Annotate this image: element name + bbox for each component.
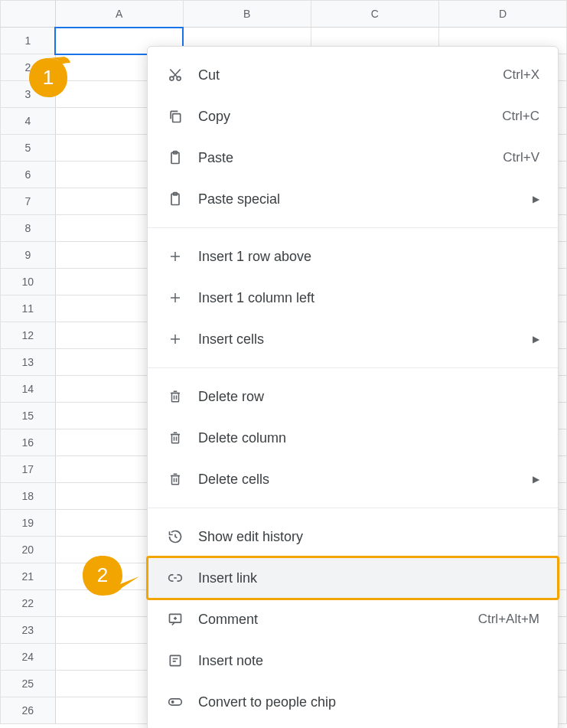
plus-icon bbox=[166, 247, 184, 266]
menu-delete-row-label: Delete row bbox=[198, 389, 539, 405]
row-header[interactable]: 10 bbox=[1, 269, 56, 295]
menu-show-history[interactable]: Show edit history bbox=[148, 516, 558, 557]
row-header[interactable]: 5 bbox=[1, 135, 56, 162]
row-header[interactable]: 11 bbox=[1, 295, 56, 322]
menu-cut[interactable]: Cut Ctrl+X bbox=[148, 54, 558, 96]
menu-comment-shortcut: Ctrl+Alt+M bbox=[478, 612, 539, 627]
menu-people-chip[interactable]: Convert to people chip bbox=[148, 681, 558, 723]
link-icon bbox=[166, 569, 184, 587]
menu-insert-col[interactable]: Insert 1 column left bbox=[148, 277, 558, 318]
menu-delete-cells[interactable]: Delete cells ▶ bbox=[148, 459, 558, 500]
row-header[interactable]: 17 bbox=[1, 456, 56, 483]
row-header[interactable]: 19 bbox=[1, 510, 56, 537]
column-header-a[interactable]: A bbox=[55, 1, 183, 28]
menu-insert-cells[interactable]: Insert cells ▶ bbox=[148, 318, 558, 360]
menu-copy[interactable]: Copy Ctrl+C bbox=[148, 96, 558, 137]
column-header-b[interactable]: B bbox=[183, 1, 311, 28]
menu-insert-note[interactable]: Insert note bbox=[148, 640, 558, 681]
row-header[interactable]: 4 bbox=[1, 108, 56, 135]
paste-icon bbox=[166, 149, 184, 167]
comment-icon bbox=[166, 610, 184, 628]
submenu-arrow-icon: ▶ bbox=[533, 474, 539, 485]
row-header[interactable]: 2 bbox=[1, 54, 56, 81]
menu-paste-special[interactable]: Paste special ▶ bbox=[148, 178, 558, 220]
trash-icon bbox=[166, 429, 184, 447]
svg-point-1 bbox=[177, 77, 181, 80]
plus-icon bbox=[166, 289, 184, 307]
svg-rect-2 bbox=[173, 114, 181, 122]
menu-insert-col-label: Insert 1 column left bbox=[198, 290, 539, 306]
row-header[interactable]: 21 bbox=[1, 563, 56, 590]
menu-separator bbox=[148, 508, 558, 508]
menu-insert-row-label: Insert 1 row above bbox=[198, 249, 539, 265]
row-header[interactable]: 7 bbox=[1, 188, 56, 215]
row-header[interactable]: 20 bbox=[1, 537, 56, 563]
menu-insert-note-label: Insert note bbox=[198, 653, 539, 669]
menu-cut-label: Cut bbox=[198, 67, 489, 83]
menu-insert-link[interactable]: Insert link bbox=[148, 557, 558, 599]
menu-separator bbox=[148, 227, 558, 228]
menu-comment-label: Comment bbox=[198, 612, 464, 628]
menu-delete-cells-label: Delete cells bbox=[198, 472, 513, 488]
row-header[interactable]: 26 bbox=[1, 697, 56, 724]
trash-icon bbox=[166, 387, 184, 406]
menu-delete-col-label: Delete column bbox=[198, 430, 539, 446]
submenu-arrow-icon: ▶ bbox=[533, 334, 539, 344]
plus-icon bbox=[166, 330, 184, 348]
row-header[interactable]: 16 bbox=[1, 429, 56, 456]
svg-rect-7 bbox=[172, 393, 179, 402]
menu-copy-label: Copy bbox=[198, 109, 488, 125]
menu-delete-col[interactable]: Delete column bbox=[148, 417, 558, 459]
row-header[interactable]: 23 bbox=[1, 617, 56, 644]
row-header[interactable]: 22 bbox=[1, 590, 56, 617]
menu-cut-shortcut: Ctrl+X bbox=[503, 67, 539, 83]
row-header[interactable]: 12 bbox=[1, 322, 56, 349]
menu-insert-cells-label: Insert cells bbox=[198, 331, 513, 348]
svg-point-13 bbox=[171, 700, 174, 704]
row-header[interactable]: 14 bbox=[1, 376, 56, 403]
copy-icon bbox=[166, 107, 184, 126]
column-header-d[interactable]: D bbox=[438, 1, 566, 28]
menu-copy-shortcut: Ctrl+C bbox=[502, 109, 539, 124]
menu-insert-link-label: Insert link bbox=[198, 570, 539, 586]
svg-rect-8 bbox=[172, 435, 179, 443]
svg-rect-12 bbox=[169, 699, 182, 705]
row-header[interactable]: 25 bbox=[1, 671, 56, 697]
trash-icon bbox=[166, 470, 184, 488]
menu-comment[interactable]: Comment Ctrl+Alt+M bbox=[148, 599, 558, 640]
row-header[interactable]: 1 bbox=[1, 28, 56, 54]
menu-show-history-label: Show edit history bbox=[198, 529, 539, 545]
people-chip-icon bbox=[166, 693, 184, 711]
note-icon bbox=[166, 651, 184, 670]
menu-paste-label: Paste bbox=[198, 150, 489, 166]
select-all-corner[interactable] bbox=[1, 1, 56, 28]
row-header[interactable]: 13 bbox=[1, 349, 56, 376]
svg-rect-9 bbox=[172, 476, 179, 485]
submenu-arrow-icon: ▶ bbox=[533, 194, 539, 204]
column-header-c[interactable]: C bbox=[311, 1, 438, 28]
row-header[interactable]: 3 bbox=[1, 81, 56, 108]
history-icon bbox=[166, 527, 184, 546]
svg-point-0 bbox=[170, 77, 174, 80]
menu-delete-row[interactable]: Delete row bbox=[148, 376, 558, 417]
menu-paste-special-label: Paste special bbox=[198, 191, 513, 207]
cut-icon bbox=[166, 66, 184, 84]
context-menu: Cut Ctrl+X Copy Ctrl+C Paste Ctrl+V Past… bbox=[147, 46, 559, 728]
menu-people-chip-label: Convert to people chip bbox=[198, 694, 539, 710]
menu-paste-shortcut: Ctrl+V bbox=[503, 150, 539, 165]
row-header[interactable]: 6 bbox=[1, 162, 56, 188]
row-header[interactable]: 9 bbox=[1, 242, 56, 269]
row-header[interactable]: 15 bbox=[1, 403, 56, 429]
paste-special-icon bbox=[166, 190, 184, 208]
menu-paste[interactable]: Paste Ctrl+V bbox=[148, 137, 558, 178]
row-header[interactable]: 18 bbox=[1, 483, 56, 510]
menu-insert-row[interactable]: Insert 1 row above bbox=[148, 236, 558, 277]
row-header[interactable]: 24 bbox=[1, 644, 56, 671]
row-header[interactable]: 8 bbox=[1, 215, 56, 242]
menu-separator bbox=[148, 367, 558, 368]
